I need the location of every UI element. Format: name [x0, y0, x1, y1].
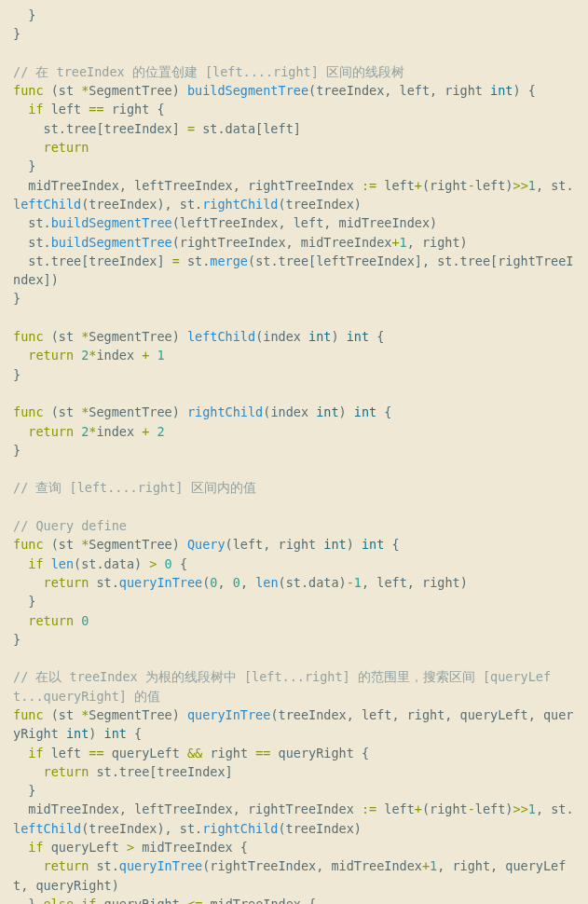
expr: st.: [89, 575, 119, 590]
expr: st.tree[treeIndex]: [13, 121, 187, 136]
expr: (right: [422, 801, 468, 816]
expr: (treeIndex), st.: [81, 197, 202, 212]
call: leftChild: [13, 821, 81, 836]
expr: index: [96, 348, 142, 363]
call: buildSegmentTree: [51, 235, 172, 250]
recv: (st: [44, 707, 82, 722]
call: rightChild: [202, 821, 278, 836]
expr: , right): [407, 235, 468, 250]
func-name: leftChild: [187, 329, 255, 344]
op-minus: -: [468, 801, 475, 816]
kw-return: return: [13, 424, 81, 439]
func-name: queryInTree: [187, 707, 270, 722]
op-minus: -: [468, 178, 475, 193]
op-and: &&: [187, 746, 202, 760]
num: 1: [400, 235, 407, 250]
kw-return: return: [13, 575, 89, 590]
expr: left: [44, 102, 89, 116]
type-int: int: [316, 404, 338, 419]
recv: (st: [44, 537, 82, 552]
kw-if: if: [13, 102, 44, 116]
expr: st.: [180, 253, 211, 268]
op-plus: +: [422, 858, 430, 873]
kw-if: if: [13, 556, 51, 571]
kw-func: func: [13, 404, 44, 419]
call: rightChild: [202, 197, 278, 212]
kw-func: func: [13, 537, 44, 552]
comment: // Query define: [13, 518, 127, 533]
comment: // 查询 [left....right] 区间内的值: [13, 480, 256, 495]
sig: ): [347, 537, 362, 552]
kw-if: if: [81, 897, 96, 904]
brace: }: [13, 26, 21, 41]
brace: }: [13, 783, 35, 798]
num: 1: [149, 348, 164, 363]
op-decl: :=: [362, 178, 376, 193]
expr: (leftTreeIndex, left, midTreeIndex): [172, 215, 437, 230]
code-block: } } // 在 treeIndex 的位置创建 [left....right]…: [0, 0, 588, 904]
num: 1: [430, 858, 437, 873]
call-len: len: [255, 575, 278, 590]
op-assign: =: [172, 253, 180, 268]
func-name: Query: [187, 537, 226, 552]
op-plus: +: [391, 235, 399, 250]
num: 0: [165, 556, 172, 571]
op-eq: ==: [89, 746, 103, 760]
func-name: buildSegmentTree: [187, 83, 308, 98]
type: SegmentTree): [89, 707, 187, 722]
sig: {: [369, 329, 384, 344]
brace: }: [13, 594, 35, 609]
call: merge: [210, 253, 248, 268]
kw-return: return: [13, 764, 89, 779]
expr: st.: [13, 215, 51, 230]
sig: {: [376, 404, 391, 419]
brace: }: [13, 158, 35, 173]
sig: (index: [263, 404, 316, 419]
expr: (treeIndex), st.: [81, 821, 202, 836]
kw-func: func: [13, 707, 44, 722]
num: 1: [528, 178, 536, 193]
op-assign: =: [187, 121, 195, 136]
expr: (rightTreeIndex, midTreeIndex: [172, 235, 392, 250]
kw-return: return: [13, 140, 89, 155]
expr: , st.: [536, 801, 574, 816]
brace: }: [13, 897, 44, 904]
op-eq: ==: [89, 102, 103, 116]
op-shift: >>: [513, 801, 528, 816]
expr: left: [44, 746, 89, 760]
comment: // 在以 treeIndex 为根的线段树中 [left...right] 的…: [13, 669, 551, 703]
op-plus: +: [415, 178, 422, 193]
expr: ,: [240, 575, 255, 590]
comment: // 在 treeIndex 的位置创建 [left....right] 区间的…: [13, 64, 404, 79]
op-eq: ==: [255, 746, 270, 760]
sp: [157, 556, 164, 571]
expr: left: [376, 801, 415, 816]
kw-return: return: [13, 613, 81, 628]
sig: (treeIndex, left, right: [308, 83, 490, 98]
kw-return: return: [13, 348, 81, 363]
op-plus: +: [415, 801, 422, 816]
call-len: len: [51, 556, 74, 571]
type: SegmentTree): [89, 83, 187, 98]
expr: left): [475, 178, 513, 193]
num: 0: [233, 575, 240, 590]
expr: (treeIndex): [278, 821, 361, 836]
expr: queryRight: [96, 897, 187, 904]
call: leftChild: [13, 197, 81, 212]
expr: st.tree[treeIndex]: [89, 764, 232, 779]
expr: (rightTreeIndex, midTreeIndex: [202, 858, 422, 873]
type-int: int: [362, 537, 384, 552]
kw-else: else: [44, 897, 75, 904]
recv: (st: [44, 404, 82, 419]
brace: }: [13, 291, 21, 306]
expr: ,: [218, 575, 233, 590]
recv: (st: [44, 329, 82, 344]
expr: (right: [422, 178, 468, 193]
op-decl: :=: [362, 801, 376, 816]
sig: {: [127, 726, 142, 741]
call: queryInTree: [119, 575, 202, 590]
expr: st.: [89, 858, 119, 873]
type-int: int: [354, 404, 376, 419]
expr: , st.: [536, 178, 574, 193]
op-le: <=: [187, 897, 202, 904]
